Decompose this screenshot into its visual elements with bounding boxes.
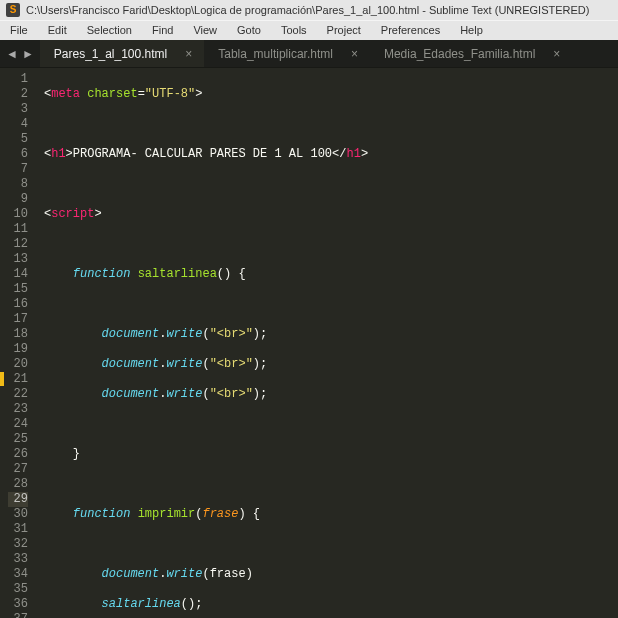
line-number[interactable]: 4	[8, 117, 28, 132]
menu-bar: File Edit Selection Find View Goto Tools…	[0, 20, 618, 40]
window-titlebar: S C:\Users\Francisco Farid\Desktop\Logic…	[0, 0, 618, 20]
tab-label: Tabla_multiplicar.html	[218, 47, 333, 61]
line-number[interactable]: 28	[8, 477, 28, 492]
tab-bar: ◄ ► Pares_1_al_100.html × Tabla_multipli…	[0, 40, 618, 68]
line-number[interactable]: 24	[8, 417, 28, 432]
line-number[interactable]: 9	[8, 192, 28, 207]
menu-find[interactable]: Find	[142, 21, 183, 40]
menu-preferences[interactable]: Preferences	[371, 21, 450, 40]
tab-pares[interactable]: Pares_1_al_100.html ×	[40, 40, 204, 67]
modification-markers	[0, 68, 4, 618]
line-number[interactable]: 3	[8, 102, 28, 117]
close-icon[interactable]: ×	[185, 47, 192, 61]
line-number[interactable]: 7	[8, 162, 28, 177]
line-number[interactable]: 16	[8, 297, 28, 312]
line-number[interactable]: 32	[8, 537, 28, 552]
line-number-gutter[interactable]: 1234567891011121314151617181920212223242…	[4, 68, 34, 618]
window-title: C:\Users\Francisco Farid\Desktop\Logica …	[26, 0, 589, 20]
line-number[interactable]: 2	[8, 87, 28, 102]
line-number[interactable]: 20	[8, 357, 28, 372]
code-content[interactable]: <meta charset="UTF-8"> <h1>PROGRAMA- CAL…	[34, 68, 618, 618]
line-number[interactable]: 13	[8, 252, 28, 267]
menu-view[interactable]: View	[183, 21, 227, 40]
line-number[interactable]: 18	[8, 327, 28, 342]
line-number[interactable]: 11	[8, 222, 28, 237]
line-number[interactable]: 8	[8, 177, 28, 192]
line-number[interactable]: 23	[8, 402, 28, 417]
line-number[interactable]: 15	[8, 282, 28, 297]
line-number[interactable]: 34	[8, 567, 28, 582]
line-number[interactable]: 30	[8, 507, 28, 522]
line-number[interactable]: 12	[8, 237, 28, 252]
line-number[interactable]: 29	[8, 492, 28, 507]
line-number[interactable]: 31	[8, 522, 28, 537]
menu-goto[interactable]: Goto	[227, 21, 271, 40]
close-icon[interactable]: ×	[351, 47, 358, 61]
line-number[interactable]: 1	[8, 72, 28, 87]
menu-edit[interactable]: Edit	[38, 21, 77, 40]
nav-forward-icon[interactable]: ►	[22, 47, 34, 61]
line-number[interactable]: 6	[8, 147, 28, 162]
menu-selection[interactable]: Selection	[77, 21, 142, 40]
app-icon: S	[6, 3, 20, 17]
line-number[interactable]: 37	[8, 612, 28, 618]
line-number[interactable]: 26	[8, 447, 28, 462]
menu-help[interactable]: Help	[450, 21, 493, 40]
line-number[interactable]: 10	[8, 207, 28, 222]
line-number[interactable]: 25	[8, 432, 28, 447]
tab-tabla[interactable]: Tabla_multiplicar.html ×	[204, 40, 370, 67]
line-number[interactable]: 33	[8, 552, 28, 567]
modified-marker	[0, 372, 4, 386]
close-icon[interactable]: ×	[553, 47, 560, 61]
tab-label: Pares_1_al_100.html	[54, 47, 167, 61]
nav-back-icon[interactable]: ◄	[6, 47, 18, 61]
menu-tools[interactable]: Tools	[271, 21, 317, 40]
tab-nav-arrows: ◄ ►	[0, 40, 40, 67]
menu-project[interactable]: Project	[317, 21, 371, 40]
tab-media[interactable]: Media_Edades_Familia.html ×	[370, 40, 572, 67]
line-number[interactable]: 27	[8, 462, 28, 477]
tab-label: Media_Edades_Familia.html	[384, 47, 535, 61]
line-number[interactable]: 36	[8, 597, 28, 612]
line-number[interactable]: 22	[8, 387, 28, 402]
line-number[interactable]: 5	[8, 132, 28, 147]
line-number[interactable]: 14	[8, 267, 28, 282]
editor-area[interactable]: 1234567891011121314151617181920212223242…	[0, 68, 618, 618]
line-number[interactable]: 19	[8, 342, 28, 357]
menu-file[interactable]: File	[0, 21, 38, 40]
line-number[interactable]: 17	[8, 312, 28, 327]
line-number[interactable]: 35	[8, 582, 28, 597]
line-number[interactable]: 21	[8, 372, 28, 387]
